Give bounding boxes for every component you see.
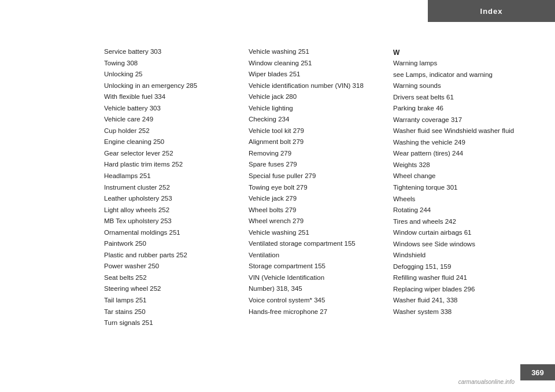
entry-1-22: Voice control system* 345: [249, 295, 387, 306]
entry-2-2: see Lamps, indicator and warning: [393, 69, 532, 81]
entry-1-15: Wheel wrench 279: [249, 216, 387, 227]
index-header: Index: [428, 0, 555, 22]
entry-2-10: Weights 328: [393, 160, 532, 171]
entry-2-11: Wheel change: [393, 171, 532, 182]
entry-2-12: Tightening torque 301: [393, 182, 532, 194]
entry-2-22: Washer fluid 241, 338: [393, 295, 532, 306]
entry-0-9: Gear selector lever 252: [104, 148, 243, 160]
entry-0-4: With flexible fuel 334: [104, 91, 243, 103]
entry-2-0: W: [393, 49, 532, 57]
column-2: WWarning lampssee Lamps, indicator and w…: [393, 46, 538, 329]
entry-0-24: Turn signals 251: [104, 317, 243, 329]
content-area: Service battery 303Towing 308Unlocking 2…: [104, 46, 538, 329]
entry-1-1: Window cleaning 251: [249, 58, 387, 69]
entry-2-7: Washer fluid see Windshield washer fluid: [393, 125, 532, 137]
entry-0-18: Plastic and rubber parts 252: [104, 250, 243, 261]
entry-1-2: Wiper blades 251: [249, 69, 387, 80]
entry-0-6: Vehicle care 249: [104, 114, 243, 125]
entry-0-3: Unlocking in an emergency 285: [104, 80, 243, 92]
entry-0-22: Tail lamps 251: [104, 295, 243, 306]
entry-2-15: Tires and wheels 242: [393, 216, 532, 228]
entry-1-23: Hands-free microphone 27: [249, 306, 387, 318]
entry-1-21: Number) 318, 345: [249, 283, 387, 295]
entry-1-19: Storage compartment 155: [249, 261, 387, 272]
entry-2-19: Defogging 151, 159: [393, 261, 532, 273]
entry-0-12: Instrument cluster 252: [104, 182, 243, 194]
entry-1-14: Wheel bolts 279: [249, 205, 387, 216]
entry-0-15: MB Tex upholstery 253: [104, 216, 243, 227]
entry-0-21: Steering wheel 252: [104, 283, 243, 295]
entry-2-9: Wear pattern (tires) 244: [393, 148, 532, 160]
entry-0-20: Seat belts 252: [104, 272, 243, 284]
entry-2-8: Washing the vehicle 249: [393, 137, 532, 149]
entry-1-8: Alignment bolt 279: [249, 136, 387, 148]
entry-1-9: Removing 279: [249, 148, 387, 160]
entry-2-16: Window curtain airbags 61: [393, 227, 532, 239]
entry-1-12: Towing eye bolt 279: [249, 182, 387, 194]
entry-1-0: Vehicle washing 251: [249, 46, 387, 58]
entry-2-21: Replacing wiper blades 296: [393, 284, 532, 295]
page-number: 369: [531, 368, 544, 377]
entry-0-7: Cup holder 252: [104, 125, 243, 137]
entry-1-13: Vehicle jack 279: [249, 193, 387, 205]
entry-1-10: Spare fuses 279: [249, 159, 387, 171]
entry-0-0: Service battery 303: [104, 46, 243, 58]
entry-2-17: Windows see Side windows: [393, 239, 532, 250]
entry-1-17: Ventilated storage compartment 155: [249, 238, 387, 250]
entry-0-8: Engine cleaning 250: [104, 136, 243, 148]
entry-0-14: Light alloy wheels 252: [104, 205, 243, 216]
column-0: Service battery 303Towing 308Unlocking 2…: [104, 46, 249, 329]
entry-1-5: Vehicle lighting: [249, 103, 387, 114]
entry-2-1: Warning lamps: [393, 58, 532, 69]
entry-2-20: Refilling washer fluid 241: [393, 272, 532, 284]
entry-0-10: Hard plastic trim items 252: [104, 159, 243, 171]
entry-1-20: VIN (Vehicle Identification: [249, 272, 387, 284]
entry-2-6: Warranty coverage 317: [393, 114, 532, 126]
entry-0-19: Power washer 250: [104, 261, 243, 272]
column-1: Vehicle washing 251Window cleaning 251Wi…: [249, 46, 393, 329]
entry-1-6: Checking 234: [249, 114, 387, 125]
entry-2-4: Drivers seat belts 61: [393, 92, 532, 103]
entry-2-13: Wheels: [393, 194, 532, 205]
entry-0-1: Towing 308: [104, 58, 243, 69]
entry-2-23: Washer system 338: [393, 306, 532, 318]
entry-1-16: Vehicle washing 251: [249, 227, 387, 239]
entry-0-5: Vehicle battery 303: [104, 103, 243, 114]
entry-0-17: Paintwork 250: [104, 238, 243, 250]
entry-0-11: Headlamps 251: [104, 171, 243, 182]
entry-1-4: Vehicle jack 280: [249, 91, 387, 103]
entry-2-5: Parking brake 46: [393, 103, 532, 114]
entry-1-11: Special fuse puller 279: [249, 171, 387, 182]
entry-0-2: Unlocking 25: [104, 69, 243, 80]
page-number-box: 369: [520, 364, 555, 380]
entry-1-3: Vehicle identification number (VIN) 318: [249, 80, 387, 92]
entry-1-18: Ventilation: [249, 250, 387, 261]
header-label: Index: [480, 7, 503, 16]
watermark: carmanualsonline.info: [458, 379, 515, 385]
entry-1-7: Vehicle tool kit 279: [249, 125, 387, 137]
entry-0-23: Tar stains 250: [104, 306, 243, 318]
entry-0-13: Leather upholstery 253: [104, 193, 243, 205]
entry-2-3: Warning sounds: [393, 80, 532, 92]
entry-0-16: Ornamental moldings 251: [104, 227, 243, 239]
entry-2-14: Rotating 244: [393, 205, 532, 216]
entry-2-18: Windshield: [393, 250, 532, 261]
